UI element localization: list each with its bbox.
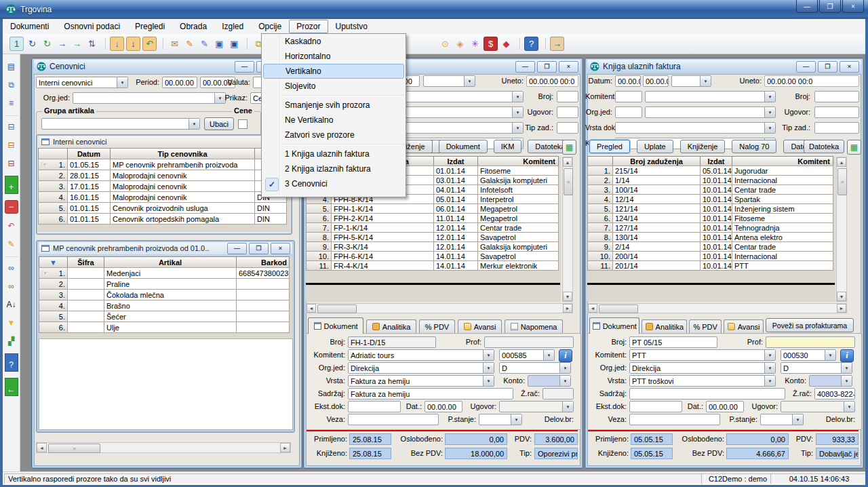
import-box-blue-icon[interactable]: ↓ [126, 37, 140, 51]
action-button[interactable]: IKM [494, 140, 522, 153]
povezi-sa-profakturama-button[interactable]: Poveži sa profakturama [766, 318, 854, 332]
print-cancel-icon[interactable]: ⊟ [5, 157, 18, 170]
table-row[interactable]: ☞4. 16.01.15 Maloprodajni cenovnik DIN [38, 191, 290, 203]
scroll-right-arrow[interactable]: ► [563, 304, 572, 313]
zrac-field[interactable] [542, 388, 574, 400]
scrollbar-thumb[interactable] [599, 305, 638, 313]
tab[interactable]: % PDV [419, 319, 455, 333]
table-row[interactable]: ☞3. Čokolada mlečna [39, 289, 292, 300]
scroll-up-arrow[interactable]: ▲ [563, 157, 572, 167]
horizontal-scrollbar[interactable]: ◄ ► [306, 303, 573, 313]
horizontal-scrollbar[interactable]: ◄ ≡ ► [36, 442, 291, 453]
dropdown-button[interactable]: ▼ [841, 376, 852, 386]
column-header-datum[interactable]: Datum [67, 148, 111, 159]
import-box-cyan-icon[interactable]: ↓ [110, 37, 124, 51]
print-icon[interactable]: ⊟ [5, 115, 18, 133]
row-number-cell[interactable]: ☞2. [38, 170, 68, 181]
column-header-artikal[interactable]: Artikal [104, 256, 237, 268]
table-row[interactable]: 10. 200/14 10.01.14 Internacional [587, 251, 835, 261]
dropdown-button[interactable]: ▼ [764, 376, 775, 386]
dropdown-button[interactable]: ▼ [764, 107, 775, 117]
dropdown-button[interactable]: ▼ [483, 376, 494, 386]
minimize-button[interactable]: — [235, 61, 254, 73]
table-row[interactable]: ☞5. Šećer [39, 311, 292, 322]
menu-item[interactable]: Zatvori sve prozore [263, 128, 404, 142]
vertical-scrollbar[interactable]: ▲ ≡ ▼ [562, 157, 573, 302]
help-icon[interactable]: ? [5, 353, 18, 372]
dropdown-button[interactable]: ▼ [559, 376, 570, 386]
orgjed-combo[interactable]: ▼ [645, 106, 776, 118]
row-number-cell[interactable]: ☞1. [39, 267, 68, 279]
menu-item[interactable]: Horizontalno [263, 49, 404, 64]
row-number-cell[interactable]: ☞6. [38, 213, 68, 225]
row-number-cell[interactable]: ☞3. [38, 180, 68, 192]
tab[interactable]: Analitika [642, 319, 687, 333]
action-button[interactable]: Pregled [589, 140, 630, 153]
table-row[interactable]: 8. FPH-5-K/14 12.01.14 Savapetrol [306, 232, 561, 242]
interni-titlebar[interactable]: Interni cenovnici [39, 136, 290, 147]
mp-titlebar[interactable]: MP cenovnik prehrambenih proizvoda od 01… [39, 242, 292, 254]
komitent-combo[interactable]: Adriatic tours▼ [348, 349, 494, 361]
grid-options-button[interactable]: ▦ [562, 140, 576, 155]
row-number-cell[interactable]: ☞4. [38, 191, 68, 203]
dropdown-button[interactable]: ▼ [841, 363, 852, 373]
pstanje-combo[interactable]: ▼ [479, 414, 522, 425]
restore-box-green-icon[interactable]: ↶ [142, 37, 157, 51]
app-minimize-button[interactable]: — [796, 0, 818, 13]
menubar-item[interactable]: Obrada [172, 20, 214, 33]
row-number-cell[interactable]: 8. [306, 232, 332, 242]
find-next-icon[interactable]: ∞ [5, 280, 18, 292]
undo-icon[interactable]: ↶ [5, 220, 18, 232]
row-number-cell[interactable]: 4. [587, 194, 613, 204]
komitent-combo[interactable]: PTT▼ [629, 349, 776, 361]
dat-field[interactable]: 00.00.00 [425, 401, 462, 412]
row-number-cell[interactable]: ☞5. [38, 202, 68, 214]
table-row[interactable]: 5. FPH-1-K/14 06.01.14 Megapetrol [306, 203, 561, 214]
zrac-field[interactable]: 40803-822-365 [814, 388, 855, 400]
edit-records-icon[interactable]: ✎ [5, 238, 18, 250]
veza-field[interactable] [348, 414, 439, 425]
ugovor-field[interactable] [557, 106, 578, 118]
scrollbar-thumb[interactable]: ≡ [564, 168, 573, 195]
table-row[interactable]: ☞3. 17.01.15 Maloprodajni cenovnik [38, 180, 290, 192]
pstanje-combo[interactable]: ▼ [760, 414, 804, 425]
dropdown-button[interactable]: ▼ [464, 76, 475, 86]
menubar-item[interactable]: Opcije [251, 20, 289, 33]
orgjed-combo[interactable]: Direkcija▼ [629, 362, 776, 374]
komitent-code-combo[interactable]: 000530▼ [781, 349, 836, 361]
column-header-izdat[interactable]: Izdat [700, 156, 732, 166]
save-database-alt-icon[interactable]: ▣ [228, 37, 241, 50]
row-number-cell[interactable]: 1. [587, 165, 613, 176]
ubaci-button[interactable]: Ubaci [204, 117, 234, 130]
forward-green-icon[interactable]: → [71, 37, 83, 50]
row-number-cell[interactable]: 7. [306, 222, 332, 233]
row-number-cell[interactable]: 11. [306, 260, 332, 271]
app-maximize-button[interactable]: ❐ [819, 0, 841, 13]
dropdown-button[interactable]: ▼ [562, 402, 573, 412]
find-icon[interactable]: ∞ [5, 256, 18, 274]
restore-button[interactable]: ❐ [818, 61, 837, 73]
row-number-cell[interactable]: 9. [587, 241, 613, 252]
dropdown-button[interactable]: ▼ [844, 402, 854, 412]
menubar-item[interactable]: Uputstvo [328, 20, 375, 33]
menubar-item[interactable]: Prozor [289, 20, 328, 33]
refresh-blue-icon[interactable]: ↻ [26, 37, 39, 50]
close-button[interactable]: × [840, 61, 859, 73]
fit-window-icon[interactable]: ▞ [5, 335, 18, 347]
sort-az-icon[interactable]: A↓ [5, 298, 18, 311]
orgjed-code-field[interactable] [615, 106, 642, 118]
datum-combo[interactable]: ▼ [671, 75, 711, 87]
app-close-button[interactable]: × [842, 0, 864, 13]
dropdown-button[interactable]: ▼ [117, 77, 127, 87]
table-row[interactable]: 11. 201/14 10.01.14 PTT [587, 260, 835, 271]
row-number-cell[interactable]: 10. [306, 251, 332, 261]
scroll-right-arrow[interactable]: ► [837, 304, 846, 313]
table-row[interactable]: 9. 2/14 10.01.14 Centar trade [587, 241, 835, 252]
menu-item-window[interactable]: ✓ 1 Knjiga ulaznih faktura [263, 147, 404, 161]
table-row[interactable]: ☞1. Medenjaci 6685473800230 [39, 267, 292, 279]
table-row[interactable]: ☞1. 01.05.15 MP cenovnik prehrambenih pr… [38, 159, 290, 170]
close-button[interactable]: × [559, 61, 578, 73]
orgjed-code-combo[interactable]: D▼ [781, 362, 852, 374]
dropdown-button[interactable]: ▼ [764, 123, 775, 133]
back-icon[interactable]: ← [5, 378, 18, 396]
